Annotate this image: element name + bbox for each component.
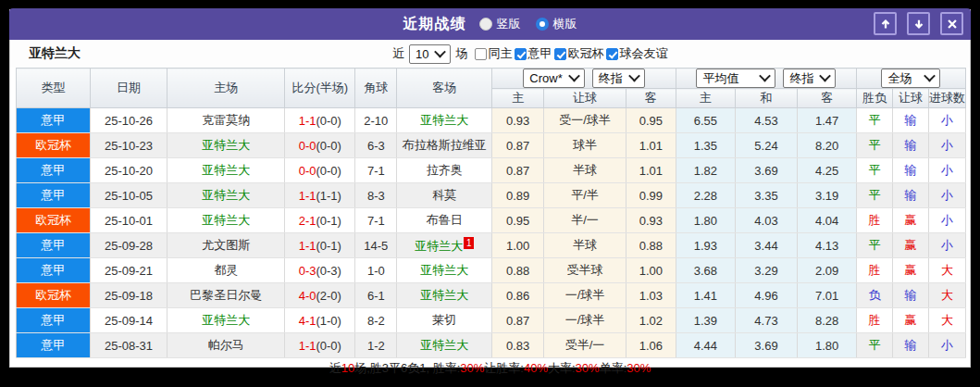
- average-stage-select[interactable]: 终指: [783, 69, 836, 88]
- away-team-cell: 亚特兰大1: [397, 233, 492, 258]
- recent-count-select[interactable]: 10: [409, 44, 451, 64]
- match-row: 意甲25-08-31帕尔马1-1(0-0)1-2亚特兰大0.83受半/一1.06…: [17, 333, 966, 358]
- goals-result-cell: 大: [928, 283, 965, 308]
- goals-result-cell: 小: [928, 333, 965, 358]
- result-cell: 平: [856, 333, 892, 358]
- matches-label: 场: [455, 45, 467, 62]
- header-group-row: 类型 日期 主场 比分(半场) 角球 客场 Crow* 终指: [17, 69, 966, 89]
- summary-segment: 大率:: [548, 360, 576, 377]
- home-team-cell: 亚特兰大: [167, 133, 285, 158]
- handicap-away-odds-cell: 0.99: [626, 183, 676, 208]
- handicap-home-odds-cell: 0.95: [491, 208, 543, 233]
- score-cell: 1-1(0-0): [285, 333, 355, 358]
- avg-draw-cell: 3.44: [735, 233, 798, 258]
- titlebar: 近期战绩 竖版 横版: [9, 8, 971, 40]
- checkbox-same-home[interactable]: 同主: [475, 45, 512, 62]
- handicap-result-cell: 输: [892, 108, 928, 133]
- avg-away-cell: 4.04: [798, 208, 857, 233]
- result-cell: 平: [856, 158, 892, 183]
- odds-source-value: Crow*: [529, 71, 562, 85]
- avg-home-cell: 3.68: [676, 258, 736, 283]
- checkbox-club-friendly[interactable]: 球会友谊: [606, 45, 667, 62]
- home-team-cell: 帕尔马: [167, 333, 285, 358]
- match-row: 意甲25-10-20亚特兰大0-0(0-0)7-1拉齐奥0.87半球1.011.…: [17, 158, 966, 183]
- handicap-result-cell: 输: [892, 133, 928, 158]
- radio-label: 竖版: [497, 16, 521, 32]
- handicap-result-cell: 输: [892, 183, 928, 208]
- handicap-away-odds-cell: 1.06: [626, 333, 676, 358]
- checkbox-champions-league[interactable]: 欧冠杯: [554, 45, 603, 62]
- handicap-line-cell: 受半/一: [544, 333, 626, 358]
- avg-home-cell: 1.82: [676, 158, 736, 183]
- corner-cell: 7-1: [355, 208, 397, 233]
- avg-away-cell: 1.80: [798, 333, 857, 358]
- avg-home-cell: 2.28: [676, 183, 736, 208]
- handicap-result-cell: 输: [892, 283, 928, 308]
- handicap-stage-select[interactable]: 终指: [592, 69, 645, 88]
- score-cell: 1-1(1-1): [285, 183, 355, 208]
- result-cell: 平: [856, 233, 892, 258]
- avg-home-cell: 1.41: [676, 283, 736, 308]
- handicap-result-cell: 输: [892, 333, 928, 358]
- match-row: 意甲25-09-28尤文图斯1-1(0-1)14-5亚特兰大11.00半球0.8…: [17, 233, 966, 258]
- home-team-cell: 克雷莫纳: [167, 108, 285, 133]
- avg-away-cell: 3.19: [798, 183, 857, 208]
- avg-away-cell: 2.09: [798, 258, 857, 283]
- move-down-button[interactable]: [907, 12, 930, 35]
- score-cell: 1-1(0-1): [285, 233, 355, 258]
- date-cell: 25-10-20: [91, 158, 167, 183]
- league-type-cell: 意甲: [17, 233, 91, 258]
- move-up-button[interactable]: [874, 12, 897, 35]
- full-time-score: 0-3: [299, 264, 316, 278]
- corner-cell: 1-2: [355, 333, 397, 358]
- half-time-score: (1-1): [316, 189, 341, 203]
- average-select[interactable]: 平均值: [696, 69, 775, 88]
- home-team-cell: 都灵: [167, 258, 285, 283]
- handicap-away-odds-cell: 1.01: [626, 158, 676, 183]
- checkbox-checked-icon: [554, 48, 566, 60]
- recent-results-panel: 近期战绩 竖版 横版: [9, 9, 971, 368]
- full-time-score: 1-1: [299, 239, 316, 253]
- half-time-score: (1-0): [316, 314, 341, 328]
- goals-result-cell: 大: [928, 258, 965, 283]
- scope-value: 全场: [887, 70, 912, 87]
- handicap-home-odds-cell: 0.93: [491, 108, 543, 133]
- chevron-down-icon: [924, 70, 937, 82]
- half-time-score: (0-3): [316, 264, 341, 278]
- summary-segment: 场,胜3平6负1, 胜率:: [354, 360, 460, 377]
- away-team-cell: 拉齐奥: [397, 158, 492, 183]
- recent-label: 近: [392, 45, 404, 62]
- handicap-away-odds-cell: 1.01: [626, 133, 676, 158]
- checkbox-label: 意甲: [527, 45, 552, 62]
- handicap-home-odds-cell: 0.88: [491, 258, 543, 283]
- scope-select[interactable]: 全场: [881, 69, 940, 88]
- handicap-line-cell: 平/半: [544, 183, 626, 208]
- avg-away-cell: 7.01: [798, 283, 857, 308]
- half-time-score: (0-1): [316, 214, 341, 228]
- layout-radio-horizontal[interactable]: 横版: [536, 16, 577, 32]
- average-group-header: 平均值 终指: [676, 69, 857, 89]
- checkbox-serie-a[interactable]: 意甲: [515, 45, 552, 62]
- half-time-score: (0-0): [316, 164, 341, 178]
- odds-source-select[interactable]: Crow*: [523, 69, 584, 88]
- league-type-cell: 意甲: [17, 258, 91, 283]
- handicap-result-cell: 赢: [892, 258, 928, 283]
- handicap-line-cell: 半/一: [544, 208, 626, 233]
- date-cell: 25-10-23: [91, 133, 167, 158]
- match-row: 意甲25-09-14亚特兰大4-1(1-0)8-2莱切0.87一/球半1.021…: [17, 308, 966, 333]
- handicap-away-odds-cell: 0.95: [626, 108, 676, 133]
- summary-segment: 30%: [626, 361, 651, 375]
- goals-result-cell: 小: [928, 208, 965, 233]
- layout-radio-vertical[interactable]: 竖版: [479, 16, 521, 32]
- close-button[interactable]: [940, 12, 963, 35]
- checkbox-checked-icon: [606, 48, 618, 60]
- full-time-score: 0-0: [299, 139, 316, 153]
- league-type-cell: 意甲: [17, 183, 91, 208]
- average-stage-value: 终指: [789, 70, 813, 87]
- league-type-cell: 意甲: [17, 158, 91, 183]
- handicap-line-cell: 受一/球半: [544, 108, 626, 133]
- corner-cell: 7-1: [355, 158, 397, 183]
- checkbox-label: 同主: [488, 45, 512, 62]
- avg-home-cell: 1.80: [676, 208, 736, 233]
- date-cell: 25-10-26: [91, 108, 167, 133]
